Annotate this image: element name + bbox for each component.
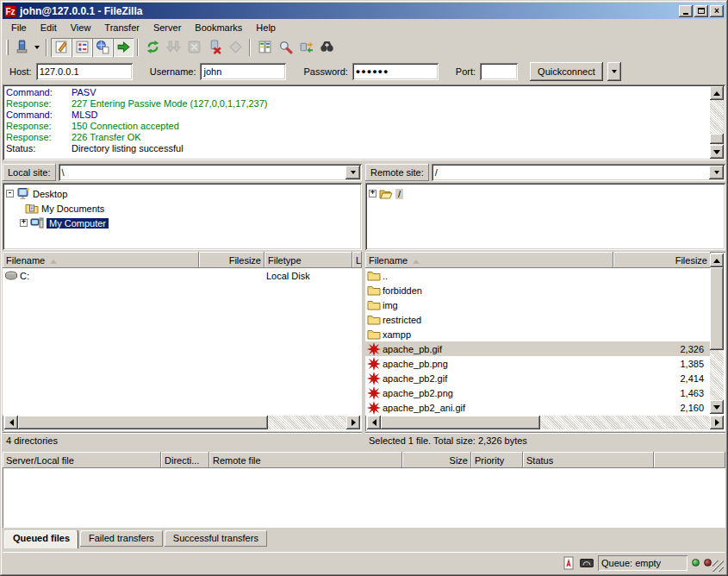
remote-file-row[interactable]: img <box>365 297 711 312</box>
scroll-up-button[interactable] <box>710 254 724 267</box>
directory-comparison-button[interactable] <box>254 38 275 57</box>
remote-site-combobox[interactable]: / <box>432 164 725 181</box>
tree-item-my-computer[interactable]: + My Computer <box>6 216 360 230</box>
column-header-status[interactable]: Status <box>523 452 654 468</box>
menu-server[interactable]: Server <box>146 20 188 35</box>
menu-transfer[interactable]: Transfer <box>97 20 146 35</box>
column-header-last-modified[interactable]: L <box>352 252 362 268</box>
scroll-right-button[interactable] <box>346 416 360 429</box>
scrollbar-track[interactable] <box>18 416 346 429</box>
remote-list-body[interactable]: .. forbidden img restricted xampp apache… <box>365 268 711 416</box>
local-directory-tree[interactable]: - Desktop My Documents + My Computer <box>3 183 362 250</box>
column-header-filetype[interactable]: Filetype <box>264 252 352 268</box>
log-scrollbar[interactable] <box>710 86 724 159</box>
message-log[interactable]: Command:PASV Response:227 Entering Passi… <box>3 85 725 160</box>
combo-dropdown-button[interactable] <box>709 166 724 179</box>
site-manager-button[interactable] <box>11 38 32 57</box>
quickconnect-button[interactable]: Quickconnect <box>530 62 603 81</box>
scrollbar-thumb[interactable] <box>710 267 724 350</box>
disconnect-button[interactable] <box>204 38 225 57</box>
column-header-direction[interactable]: Directi... <box>161 452 209 468</box>
tab-queued-files[interactable]: Queued files <box>4 530 78 548</box>
remote-vertical-scrollbar[interactable] <box>710 254 724 414</box>
password-field-wrap <box>352 63 439 80</box>
scrollbar-track[interactable] <box>710 267 724 400</box>
resize-grip[interactable] <box>712 560 724 572</box>
title-bar[interactable]: Fz john@127.0.0.1 - FileZilla × <box>3 3 725 19</box>
column-header-filename[interactable]: Filename <box>365 252 613 268</box>
cancel-operation-button[interactable] <box>184 38 204 57</box>
scroll-down-button[interactable] <box>710 400 724 414</box>
column-header-filesize[interactable]: Filesize <box>199 252 264 268</box>
expand-expander-icon[interactable]: + <box>369 190 376 197</box>
remote-file-row-selected[interactable]: apache_pb.gif2,326 <box>365 341 711 356</box>
collapse-expander-icon[interactable]: - <box>6 190 14 197</box>
column-header-remote-file[interactable]: Remote file <box>209 452 402 468</box>
tree-item-desktop[interactable]: - Desktop <box>6 186 360 201</box>
menu-view[interactable]: View <box>64 20 98 35</box>
column-header-filesize[interactable]: Filesize <box>613 252 711 268</box>
remote-file-row[interactable]: apache_pb.png1,385 <box>365 356 711 371</box>
column-header-size[interactable]: Size <box>402 452 471 468</box>
scroll-down-button[interactable] <box>710 145 724 159</box>
minimize-button[interactable] <box>679 5 693 17</box>
quickconnect-dropdown-button[interactable] <box>607 62 621 81</box>
local-horizontal-scrollbar[interactable] <box>4 416 360 429</box>
remote-directory-tree[interactable]: + / <box>365 183 725 250</box>
local-list-body[interactable]: C: Local Disk <box>3 268 362 416</box>
tree-item-my-documents[interactable]: My Documents <box>6 201 360 216</box>
scroll-right-button[interactable] <box>710 416 724 429</box>
tab-failed-transfers[interactable]: Failed transfers <box>80 530 163 547</box>
password-input[interactable] <box>352 67 439 76</box>
remote-file-row[interactable]: apache_pb2.gif2,414 <box>365 371 711 385</box>
site-manager-dropdown-button[interactable] <box>32 38 42 57</box>
maximize-button[interactable] <box>694 5 708 17</box>
host-input[interactable] <box>36 66 133 77</box>
scrollbar-thumb[interactable] <box>710 134 724 144</box>
find-files-button[interactable] <box>316 38 337 57</box>
scroll-left-button[interactable] <box>367 416 381 429</box>
close-button[interactable]: × <box>710 5 724 17</box>
remote-file-row[interactable]: restricted <box>365 312 711 327</box>
menu-edit[interactable]: Edit <box>34 20 64 35</box>
scroll-up-button[interactable] <box>710 86 724 100</box>
port-input[interactable] <box>480 66 518 77</box>
local-list-header: Filename Filesize Filetype L <box>3 252 362 268</box>
column-header-filename[interactable]: Filename <box>3 252 199 268</box>
local-file-row[interactable]: C: Local Disk <box>3 268 362 283</box>
toggle-remote-tree-button[interactable] <box>92 38 113 57</box>
local-site-combobox[interactable]: \ <box>59 164 362 181</box>
scroll-left-button[interactable] <box>4 416 18 429</box>
log-line: Status:Directory listing successful <box>6 143 708 154</box>
scrollbar-thumb[interactable] <box>18 416 268 429</box>
toggle-local-tree-button[interactable] <box>72 38 92 57</box>
synchronized-browsing-button[interactable] <box>296 38 316 57</box>
column-header-priority[interactable]: Priority <box>471 452 523 468</box>
tree-item-root[interactable]: + / <box>369 186 724 201</box>
menu-bookmarks[interactable]: Bookmarks <box>188 20 249 35</box>
column-header-filler <box>654 452 725 468</box>
refresh-button[interactable] <box>142 38 163 57</box>
scrollbar-track[interactable] <box>381 416 710 429</box>
scrollbar-track[interactable] <box>710 100 724 145</box>
process-queue-button[interactable] <box>163 38 184 57</box>
combo-dropdown-button[interactable] <box>345 166 360 179</box>
menu-help[interactable]: Help <box>249 20 283 35</box>
menu-file[interactable]: File <box>4 20 34 35</box>
transfer-queue-panel[interactable]: Server/Local file Directi... Remote file… <box>3 452 725 528</box>
remote-file-row[interactable]: apache_pb2_ani.gif2,160 <box>365 400 711 415</box>
remote-file-row[interactable]: apache_pb2.png1,463 <box>365 385 711 400</box>
remote-file-row[interactable]: xampp <box>365 327 711 341</box>
username-input[interactable] <box>200 66 286 77</box>
filename-filters-button[interactable] <box>275 38 296 57</box>
remote-horizontal-scrollbar[interactable] <box>367 416 724 429</box>
column-header-server-local-file[interactable]: Server/Local file <box>3 452 161 468</box>
tab-successful-transfers[interactable]: Successful transfers <box>165 530 267 547</box>
remote-file-row[interactable]: .. <box>365 268 711 283</box>
toggle-transfer-queue-button[interactable] <box>113 38 134 57</box>
reconnect-button[interactable] <box>225 38 246 57</box>
remote-file-row[interactable]: forbidden <box>365 283 711 297</box>
expand-expander-icon[interactable]: + <box>20 219 28 227</box>
scrollbar-thumb[interactable] <box>381 416 540 429</box>
toggle-message-log-button[interactable] <box>51 38 72 57</box>
